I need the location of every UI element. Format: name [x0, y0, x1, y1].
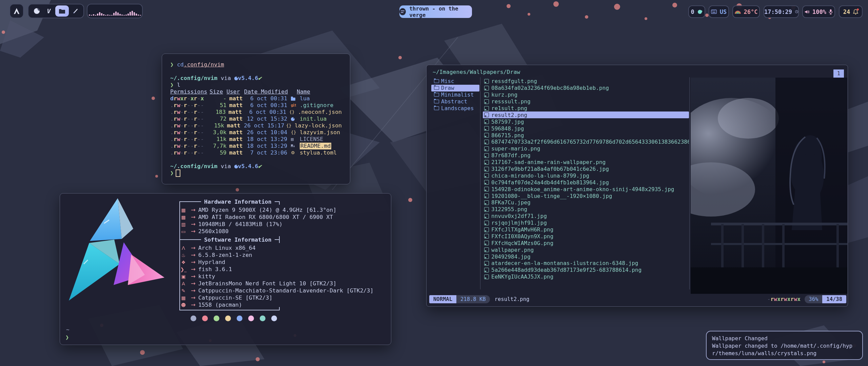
- file-list-item[interactable]: result2.png: [483, 111, 689, 118]
- file-row: .rw-r--r--51matt 6 oct 00:31git.gitignor…: [170, 102, 342, 109]
- file-list-item[interactable]: 08a634fa02a32364f69ebc86a98eb1eb.png: [483, 85, 689, 92]
- keyboard-layout-pill[interactable]: US: [709, 5, 729, 18]
- image-file-icon: [484, 153, 489, 158]
- sidebar-item-label: Misc: [441, 78, 454, 84]
- image-file-icon: [484, 180, 489, 185]
- fetch-info-item: ❯_→fish 3.6.1: [179, 266, 232, 273]
- visualizer-island: [87, 4, 143, 18]
- hardware-section-header: Hardware Information: [179, 198, 280, 205]
- visualizer-bar: [140, 15, 141, 16]
- file-list-item[interactable]: kurz.png: [483, 92, 689, 98]
- audio-visualizer: [85, 7, 144, 16]
- weather-pill[interactable]: 26°C: [732, 5, 760, 18]
- image-file-icon: [484, 274, 489, 279]
- v-app-icon[interactable]: V: [43, 7, 55, 15]
- file-list-item[interactable]: FXfcJlTXgAMvH6R.png: [483, 226, 689, 233]
- notification-popup[interactable]: Wallpaper Changed Wallpaper changed to /…: [706, 331, 863, 360]
- image-file-icon: [484, 200, 489, 205]
- pane-separator: [480, 77, 480, 289]
- file-list-item[interactable]: 587597.jpg: [483, 118, 689, 125]
- clock-pill[interactable]: 17:50:29: [764, 5, 799, 18]
- file-list-item[interactable]: super-mario.png: [483, 145, 689, 152]
- icons-icon: ▦: [179, 295, 188, 301]
- folder-open-icon: [434, 100, 439, 103]
- image-preview: [691, 78, 847, 294]
- file-list-item[interactable]: atardecer-en-la-montanas-ilustracion-634…: [483, 260, 689, 267]
- arrow-icon: →: [191, 214, 196, 220]
- file-list-item[interactable]: 0c794faf07de24a4db4d4fb1eb813964.jpg: [483, 179, 689, 186]
- display-icon: ▭: [179, 229, 188, 234]
- sidebar: MiscDrawMinimalistAbstractLandscapes: [431, 78, 479, 111]
- file-manager-window[interactable]: ~/Imagenes/Wallpapers/Draw 1 MiscDrawMin…: [426, 65, 848, 307]
- visualizer-bar: [132, 11, 133, 16]
- paint-brush-icon[interactable]: [70, 8, 81, 14]
- palette-dot: [202, 316, 208, 321]
- file-list-item[interactable]: 68747470733a2f2f696d616765732d7769786d70…: [483, 139, 689, 145]
- file-list-item[interactable]: ressdfgult.png: [483, 78, 689, 85]
- visualizer-bar: [113, 13, 115, 16]
- software-section-header: Software Information: [179, 236, 280, 243]
- palette-dot: [260, 316, 265, 321]
- fetch-window[interactable]: Hardware Information Software Informatio…: [60, 193, 391, 345]
- music-player-pill[interactable]: thrown - on the verge: [399, 5, 472, 18]
- file-list-item[interactable]: 5a266e448add93deab367d87173e9f25-6837886…: [483, 267, 689, 273]
- file-list-item[interactable]: wallpaper.png: [483, 246, 689, 253]
- fetch-info-item: ▩→AMD ATI Radeon RX 6800/6800 XT / 6900 …: [179, 214, 333, 221]
- prompt-input-line[interactable]: ❯: [170, 170, 342, 177]
- fetch-info-item: ✎→Catppuccin-Macchiato-Standard-Lavender…: [179, 287, 373, 294]
- visualizer-bar: [95, 15, 96, 16]
- image-file-icon: [484, 234, 489, 239]
- arch-logo-icon[interactable]: [13, 7, 20, 15]
- sidebar-item-draw[interactable]: Draw: [431, 85, 479, 92]
- file-row: .rw-r--r--183matt 6 oct 00:31{}.neoconf.…: [170, 109, 342, 116]
- music-icon: [399, 8, 406, 15]
- fetch-info-value: Hyprland: [198, 259, 225, 265]
- fetch-info-value: 6.5.8-zen1-1-zen: [198, 252, 252, 258]
- file-list-item[interactable]: rsjqojlmjhf91.jpg: [483, 220, 689, 226]
- file-list-item[interactable]: 8FKa7Cu.jpeg: [483, 199, 689, 206]
- file-list-item[interactable]: 19201080-__blue-tinge__-1920×1080.jpg: [483, 192, 689, 199]
- file-list-item[interactable]: nnvuv0xj2df71.jpg: [483, 213, 689, 220]
- image-file-icon: [484, 119, 489, 124]
- image-file-icon: [484, 187, 489, 191]
- visualizer-bar: [89, 15, 90, 16]
- file-list-item[interactable]: 3122955.png: [483, 206, 689, 213]
- file-list-item[interactable]: 154928-odinokoe_anime-art-anime-okno-sin…: [483, 186, 689, 192]
- file-list-item[interactable]: EeNKYgIUcAAJ5JX.png: [483, 273, 689, 280]
- image-file-icon: [484, 221, 489, 225]
- notification-body: Wallpaper changed to /home/matt/.config/…: [712, 342, 857, 357]
- updates-pill[interactable]: 0: [688, 5, 705, 18]
- sidebar-item-landscapes[interactable]: Landscapes: [431, 105, 479, 112]
- file-list-item[interactable]: 20492984.jpg: [483, 253, 689, 260]
- theme-icon: ✎: [179, 288, 188, 293]
- file-name: 154928-odinokoe_anime-art-anime-okno-sin…: [491, 186, 674, 192]
- file-list-item[interactable]: 87r687df.png: [483, 152, 689, 159]
- file-list-item[interactable]: FXfcII0X0AQyn9X.png: [483, 233, 689, 240]
- file-list-item[interactable]: 217167-sad-anime-rain-wallpaper.png: [483, 159, 689, 166]
- fetch-info-value: Arch Linux x86_64: [198, 245, 256, 251]
- updates-count: 0: [691, 8, 694, 15]
- sidebar-item-abstract[interactable]: Abstract: [431, 98, 479, 105]
- audio-pill[interactable]: 100%: [802, 5, 835, 18]
- terminal-window[interactable]: ❯ cd .config/nvim~/.config/nvim via v5.4…: [162, 54, 350, 184]
- file-list-item[interactable]: 866715.png: [483, 132, 689, 139]
- files-workspace-active[interactable]: [55, 5, 69, 17]
- sidebar-item-misc[interactable]: Misc: [431, 78, 479, 85]
- arch-icon: Λ: [179, 245, 188, 251]
- notification-dot: [857, 8, 859, 11]
- sidebar-item-minimalist[interactable]: Minimalist: [431, 92, 479, 98]
- notifications-pill[interactable]: 24: [839, 5, 863, 18]
- file-list-item[interactable]: 3126f7e9bbf21a8a4af0b67b041c6e26.jpg: [483, 166, 689, 172]
- file-list-item[interactable]: FXfcHqcWIAMzs0G.png: [483, 240, 689, 246]
- mode-badge: NORMAL: [429, 295, 456, 303]
- image-file-icon: [484, 268, 489, 272]
- file-list-item[interactable]: resssult.png: [483, 98, 689, 105]
- file-list-item[interactable]: 596848.jpg: [483, 125, 689, 132]
- file-list-item[interactable]: chica-mirando-la-luna-8799.jpg: [483, 172, 689, 179]
- file-row: .rw-r--r--72matt12 oct 15:32init.lua: [170, 116, 342, 122]
- arrow-icon: →: [191, 273, 196, 280]
- file-list-item[interactable]: re1sult.png: [483, 105, 689, 112]
- visualizer-bar: [93, 14, 94, 16]
- browser-icon[interactable]: [31, 8, 42, 14]
- updates-icon: [697, 9, 703, 15]
